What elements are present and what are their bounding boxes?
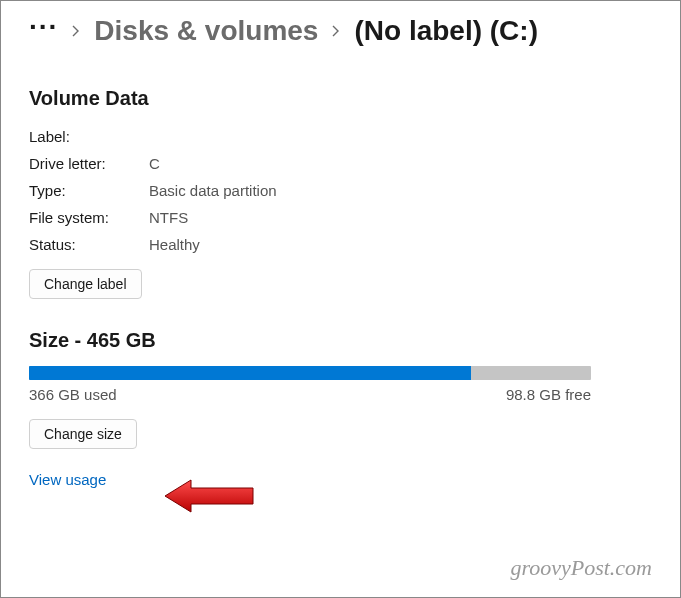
drive-letter-value: C xyxy=(149,155,652,172)
type-key: Type: xyxy=(29,182,149,199)
drive-letter-key: Drive letter: xyxy=(29,155,149,172)
size-progress-fill xyxy=(29,366,471,380)
size-free-text: 98.8 GB free xyxy=(506,386,591,403)
view-usage-link[interactable]: View usage xyxy=(29,471,106,488)
size-progress-bar xyxy=(29,366,591,380)
breadcrumb: ··· Disks & volumes (No label) (C:) xyxy=(29,13,652,49)
change-size-button[interactable]: Change size xyxy=(29,419,137,449)
breadcrumb-disks-volumes[interactable]: Disks & volumes xyxy=(94,17,318,45)
volume-data-grid: Label: Drive letter: C Type: Basic data … xyxy=(29,128,652,253)
watermark: groovyPost.com xyxy=(510,555,652,581)
label-value xyxy=(149,128,652,145)
breadcrumb-current: (No label) (C:) xyxy=(354,17,538,45)
size-title: Size - 465 GB xyxy=(29,329,652,352)
breadcrumb-more-icon[interactable]: ··· xyxy=(29,13,58,49)
volume-data-title: Volume Data xyxy=(29,87,652,110)
chevron-right-icon xyxy=(324,22,348,40)
type-value: Basic data partition xyxy=(149,182,652,199)
chevron-right-icon xyxy=(64,22,88,40)
file-system-value: NTFS xyxy=(149,209,652,226)
size-section: Size - 465 GB 366 GB used 98.8 GB free C… xyxy=(29,329,652,489)
label-key: Label: xyxy=(29,128,149,145)
status-value: Healthy xyxy=(149,236,652,253)
status-key: Status: xyxy=(29,236,149,253)
size-used-text: 366 GB used xyxy=(29,386,117,403)
change-label-button[interactable]: Change label xyxy=(29,269,142,299)
file-system-key: File system: xyxy=(29,209,149,226)
